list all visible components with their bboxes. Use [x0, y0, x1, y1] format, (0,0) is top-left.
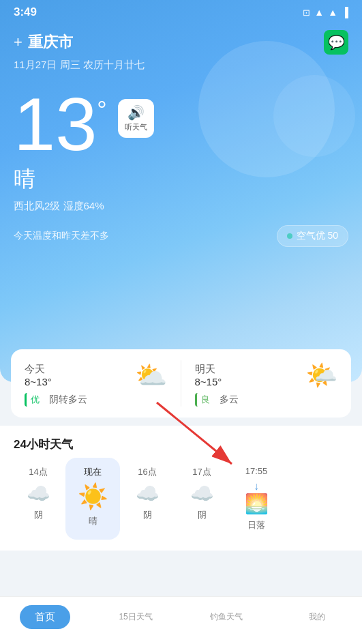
hourly-time-14: 14点 — [29, 466, 47, 478]
header-left: + 重庆市 — [14, 32, 73, 53]
hourly-icon-now: ☀️ — [78, 482, 108, 511]
today-label: 今天 — [25, 363, 52, 376]
hourly-cond-14: 阴 — [34, 509, 43, 521]
nav-home[interactable]: 首页 — [0, 605, 91, 629]
tomorrow-forecast: 明天 8~15° 🌤️ 良 多云 — [181, 360, 338, 407]
listen-weather-button[interactable]: 🔊 听天气 — [118, 99, 154, 138]
hourly-item-sunset: 17:55 ↓ 🌅 日落 — [229, 458, 284, 540]
city-name: 重庆市 — [28, 32, 73, 53]
nav-mine[interactable]: 我的 — [271, 611, 362, 623]
tomorrow-desc: 多云 — [220, 394, 239, 406]
nav-15day[interactable]: 15日天气 — [91, 611, 181, 623]
weather-background: 3:49 ⊡ ▲ ▲ ▐ + 重庆市 💬 11 — [0, 0, 362, 382]
wifi-icon: ▲ — [314, 7, 324, 18]
temperature-value: 13 — [14, 87, 97, 162]
date-text: 11月27日 周三 农历十月廿七 — [14, 59, 145, 70]
air-quality-text: 空气优 50 — [297, 230, 338, 242]
hourly-time-sunset: 17:55 — [245, 466, 268, 476]
bottom-nav: 首页 15日天气 钓鱼天气 我的 — [0, 596, 362, 644]
nav-mine-label: 我的 — [309, 611, 325, 623]
speaker-icon: 🔊 — [127, 104, 145, 121]
temp-compare-text: 今天温度和昨天差不多 — [14, 230, 109, 242]
date-row: 11月27日 周三 农历十月廿七 — [0, 57, 362, 73]
wind-info: 西北风2级 湿度64% — [0, 194, 362, 218]
hourly-item-14: 14点 ☁️ 阴 — [11, 458, 65, 540]
tomorrow-label: 明天 — [195, 363, 222, 376]
hourly-icon-16: ☁️ — [136, 482, 160, 505]
today-info: 今天 8~13° — [25, 363, 52, 387]
today-bottom: 优 阴转多云 — [25, 393, 167, 407]
listen-label: 听天气 — [125, 122, 147, 132]
hourly-icon-14: ☁️ — [27, 482, 50, 505]
status-bar: 3:49 ⊡ ▲ ▲ ▐ — [0, 0, 362, 22]
main-scroll: 3:49 ⊡ ▲ ▲ ▐ + 重庆市 💬 11 — [0, 0, 362, 596]
hourly-section: 24小时天气 14点 ☁️ 阴 现在 ☀️ 晴 16点 ☁️ — [0, 426, 362, 551]
forecast-section: 今天 8~13° ⛅ 优 阴转多云 明天 8~15 — [0, 349, 362, 418]
tomorrow-cloud-icon: 🌤️ — [305, 360, 337, 390]
temperature-degree: ° — [97, 96, 106, 125]
air-quality-row: 今天温度和昨天差不多 空气优 50 — [0, 218, 362, 254]
sunset-icon: 🌅 — [245, 493, 269, 515]
home-button[interactable]: 首页 — [20, 605, 70, 629]
hourly-scroll[interactable]: 14点 ☁️ 阴 现在 ☀️ 晴 16点 ☁️ 阴 17点 — [0, 458, 362, 540]
hourly-item-16: 16点 ☁️ 阴 — [120, 458, 175, 540]
today-aqi: 优 — [25, 393, 44, 407]
wechat-button[interactable]: 💬 — [324, 30, 348, 55]
hourly-cond-17: 阴 — [198, 509, 207, 521]
air-quality-badge[interactable]: 空气优 50 — [277, 225, 348, 247]
today-temp: 8~13° — [25, 376, 52, 387]
hourly-item-now: 现在 ☀️ 晴 — [65, 458, 120, 540]
today-forecast: 今天 8~13° ⛅ 优 阴转多云 — [25, 360, 181, 407]
air-dot — [287, 233, 292, 239]
sunset-arrow-down: ↓ — [254, 480, 259, 493]
app-container: 3:49 ⊡ ▲ ▲ ▐ + 重庆市 💬 11 — [0, 0, 362, 644]
condition-text: 晴 — [14, 166, 35, 191]
hourly-cond-sunset: 日落 — [247, 519, 265, 531]
hourly-time-now: 现在 — [84, 466, 102, 478]
sunset-display: ↓ 🌅 — [245, 480, 269, 515]
wind-text: 西北风2级 湿度64% — [14, 200, 104, 211]
tomorrow-top: 明天 8~15° 🌤️ — [195, 360, 338, 390]
tomorrow-temp: 8~15° — [195, 376, 222, 387]
temperature-section: 13 ° 🔊 听天气 — [0, 73, 362, 162]
add-city-icon[interactable]: + — [14, 33, 22, 51]
tomorrow-aqi: 良 — [195, 393, 214, 407]
today-top: 今天 8~13° ⛅ — [25, 360, 167, 390]
hourly-cond-16: 阴 — [143, 509, 152, 521]
battery-icon: ▐ — [342, 7, 348, 18]
notification-icon: ⊡ — [303, 8, 310, 18]
temperature-display: 13 ° — [14, 87, 107, 162]
today-cloud-icon: ⛅ — [135, 360, 167, 390]
today-desc: 阴转多云 — [49, 394, 87, 406]
signal-icon: ▲ — [328, 7, 337, 18]
tomorrow-info: 明天 8~15° — [195, 363, 222, 387]
hourly-item-17: 17点 ☁️ 阴 — [175, 458, 229, 540]
nav-15day-label: 15日天气 — [119, 611, 152, 623]
forecast-card: 今天 8~13° ⛅ 优 阴转多云 明天 8~15 — [11, 349, 351, 418]
hourly-title: 24小时天气 — [0, 426, 362, 458]
tomorrow-bottom: 良 多云 — [195, 393, 338, 407]
home-label: 首页 — [35, 611, 55, 622]
hourly-cond-now: 晴 — [89, 515, 97, 527]
hourly-time-16: 16点 — [138, 466, 156, 478]
weather-condition: 晴 — [0, 162, 362, 194]
nav-fishing[interactable]: 钓鱼天气 — [181, 611, 272, 623]
hourly-icon-17: ☁️ — [190, 482, 214, 505]
hourly-time-17: 17点 — [192, 466, 211, 478]
status-icons: ⊡ ▲ ▲ ▐ — [303, 7, 348, 18]
status-time: 3:49 — [14, 5, 37, 19]
nav-fishing-label: 钓鱼天气 — [210, 611, 243, 623]
wechat-icon-symbol: 💬 — [328, 34, 345, 50]
